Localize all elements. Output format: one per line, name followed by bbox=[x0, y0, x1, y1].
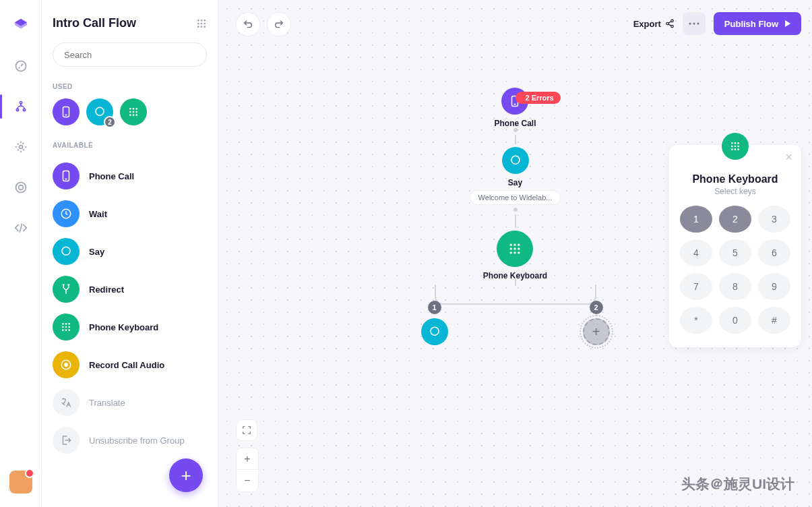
used-chip-phone-call[interactable] bbox=[53, 98, 80, 125]
panel-close-button[interactable]: ✕ bbox=[785, 152, 793, 162]
more-options-button[interactable] bbox=[683, 12, 706, 35]
svg-point-14 bbox=[201, 26, 203, 28]
sidebar: Intro Call Flow USED 2 AVAILABLE Phone C… bbox=[42, 0, 218, 507]
node-phone-keyboard[interactable]: Phone Keyboard bbox=[483, 231, 547, 280]
keypad-key-7[interactable]: 7 bbox=[680, 273, 712, 300]
svg-point-66 bbox=[735, 148, 737, 150]
keypad-key-0[interactable]: 0 bbox=[719, 307, 751, 334]
nav-settings[interactable] bbox=[11, 138, 30, 156]
svg-point-7 bbox=[197, 20, 199, 22]
fullscreen-button[interactable] bbox=[236, 419, 257, 441]
grid-view-icon[interactable] bbox=[196, 18, 207, 29]
branch-node-say[interactable] bbox=[421, 318, 448, 345]
svg-point-18 bbox=[129, 108, 131, 110]
zoom-out-button[interactable]: − bbox=[237, 470, 258, 491]
svg-point-21 bbox=[129, 111, 131, 113]
record-icon bbox=[53, 351, 80, 378]
branch-add-node[interactable]: + bbox=[583, 318, 610, 345]
svg-point-40 bbox=[65, 363, 68, 367]
action-phone-keyboard[interactable]: Phone Keyboard bbox=[53, 308, 207, 346]
keypad-key-2[interactable]: 2 bbox=[719, 206, 751, 233]
action-wait[interactable]: Wait bbox=[53, 195, 207, 233]
action-phone-call[interactable]: Phone Call bbox=[53, 157, 207, 195]
keypad-key-1[interactable]: 1 bbox=[680, 206, 712, 233]
svg-point-55 bbox=[510, 251, 512, 254]
nav-dashboard[interactable] bbox=[11, 57, 30, 76]
share-icon bbox=[665, 19, 675, 28]
undo-button[interactable] bbox=[236, 12, 260, 36]
action-say[interactable]: Say bbox=[53, 233, 207, 270]
svg-point-10 bbox=[197, 22, 199, 24]
export-button[interactable]: Export bbox=[633, 19, 675, 29]
svg-point-49 bbox=[510, 244, 512, 246]
svg-point-34 bbox=[65, 326, 67, 328]
svg-point-46 bbox=[697, 23, 699, 25]
svg-point-67 bbox=[737, 148, 739, 150]
used-chip-badge: 2 bbox=[104, 116, 116, 128]
action-label: Phone Call bbox=[89, 171, 134, 181]
keypad-key-*[interactable]: * bbox=[680, 307, 712, 334]
used-chip-phone-keyboard[interactable] bbox=[120, 98, 147, 125]
svg-point-25 bbox=[133, 114, 135, 116]
svg-point-44 bbox=[689, 23, 691, 25]
branch-badge-2: 2 bbox=[590, 301, 603, 314]
split-icon bbox=[53, 276, 80, 303]
keypad-key-8[interactable]: 8 bbox=[719, 273, 751, 300]
exit-icon bbox=[53, 427, 80, 454]
app-logo bbox=[11, 15, 31, 35]
svg-point-65 bbox=[731, 148, 733, 150]
svg-point-33 bbox=[62, 326, 64, 328]
keypad-key-5[interactable]: 5 bbox=[719, 239, 751, 266]
svg-point-13 bbox=[197, 26, 199, 28]
nav-target[interactable] bbox=[11, 178, 30, 197]
user-avatar[interactable] bbox=[9, 471, 32, 494]
node-phone-call[interactable]: 2 Errors Phone Call bbox=[494, 88, 536, 128]
svg-point-12 bbox=[204, 22, 206, 24]
svg-point-30 bbox=[62, 323, 64, 325]
svg-point-23 bbox=[135, 111, 137, 113]
search-input[interactable] bbox=[53, 42, 207, 67]
add-action-fab[interactable]: + bbox=[169, 458, 203, 492]
keypad-key-9[interactable]: 9 bbox=[758, 273, 790, 300]
svg-point-15 bbox=[204, 26, 206, 28]
svg-point-31 bbox=[65, 323, 67, 325]
action-unsubscribe-from-group: Unsubscribe from Group bbox=[53, 421, 207, 459]
node-config-panel: ✕ Phone Keyboard Select keys 123456789*0… bbox=[669, 145, 801, 347]
available-section-label: AVAILABLE bbox=[53, 142, 207, 149]
say-message-pill[interactable]: Welcome to Widelab... bbox=[470, 190, 561, 205]
svg-point-50 bbox=[514, 244, 516, 246]
svg-point-24 bbox=[129, 114, 131, 116]
svg-point-41 bbox=[671, 20, 674, 22]
action-redirect[interactable]: Redirect bbox=[53, 270, 207, 308]
play-icon bbox=[785, 20, 790, 27]
svg-point-8 bbox=[201, 20, 203, 22]
nav-code[interactable] bbox=[11, 218, 30, 237]
used-section-label: USED bbox=[53, 83, 207, 90]
action-record-call-audio[interactable]: Record Call Audio bbox=[53, 346, 207, 384]
nav-flows[interactable] bbox=[11, 97, 30, 116]
clock-icon bbox=[53, 200, 80, 227]
svg-point-52 bbox=[510, 247, 512, 249]
node-say[interactable]: Say Welcome to Widelab... bbox=[470, 147, 561, 205]
panel-chip-icon bbox=[722, 133, 749, 160]
svg-point-22 bbox=[133, 111, 135, 113]
svg-point-3 bbox=[20, 102, 22, 104]
redo-button[interactable] bbox=[267, 12, 291, 36]
grid-icon bbox=[53, 314, 80, 340]
error-badge[interactable]: 2 Errors bbox=[516, 92, 560, 104]
keypad-key-4[interactable]: 4 bbox=[680, 239, 712, 266]
action-label: Say bbox=[89, 247, 104, 257]
used-chip-say[interactable]: 2 bbox=[86, 98, 113, 125]
keypad-key-#[interactable]: # bbox=[758, 307, 790, 334]
zoom-in-button[interactable]: + bbox=[237, 448, 258, 470]
svg-point-11 bbox=[201, 22, 203, 24]
svg-point-59 bbox=[731, 142, 733, 144]
flow-tree: 2 Errors Phone Call Say Welcome to Widel… bbox=[428, 88, 603, 345]
keypad-key-3[interactable]: 3 bbox=[758, 206, 790, 233]
svg-point-6 bbox=[18, 185, 23, 190]
flow-canvas[interactable]: Export Publish Flow 2 Errors Phone Call … bbox=[218, 0, 812, 507]
action-label: Wait bbox=[89, 209, 107, 219]
action-label: Unsubscribe from Group bbox=[89, 436, 185, 446]
publish-button[interactable]: Publish Flow bbox=[714, 12, 801, 35]
keypad-key-6[interactable]: 6 bbox=[758, 239, 790, 266]
